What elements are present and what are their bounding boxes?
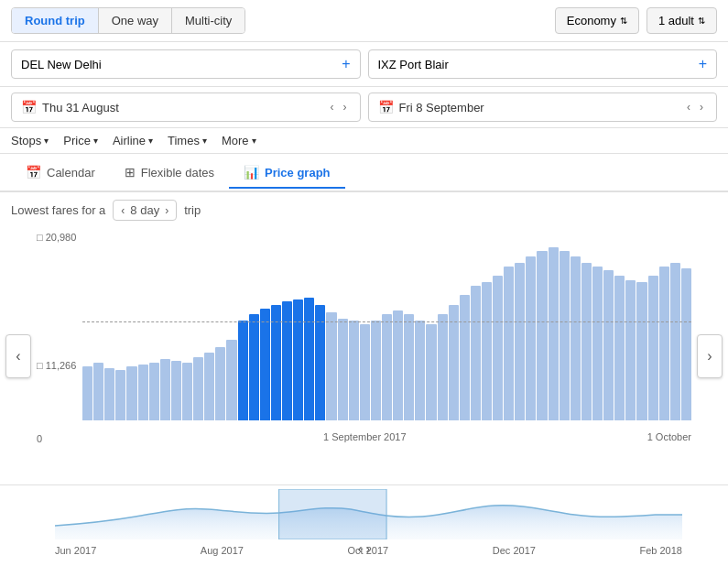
bar-item[interactable] xyxy=(160,359,170,420)
y-axis-labels: □ 20,980 □ 11,266 0 xyxy=(37,228,76,448)
bar-item[interactable] xyxy=(204,353,214,420)
round-trip-button[interactable]: Round trip xyxy=(12,8,99,33)
svg-rect-0 xyxy=(279,489,386,539)
day-selector[interactable]: ‹ 8 day › xyxy=(113,200,177,221)
departure-date-field[interactable]: 📅 Thu 31 August ‹ › xyxy=(11,93,361,122)
more-filter[interactable]: More ▾ xyxy=(222,134,256,147)
bar-item[interactable] xyxy=(526,256,536,420)
bar-item[interactable] xyxy=(249,314,259,420)
return-date-next[interactable]: › xyxy=(696,99,707,115)
destination-field[interactable]: + xyxy=(368,49,718,79)
bar-item[interactable] xyxy=(82,366,92,420)
bar-item[interactable] xyxy=(659,267,669,420)
origin-input[interactable] xyxy=(21,58,336,71)
bar-item[interactable] xyxy=(293,299,303,420)
bar-item[interactable] xyxy=(226,340,236,420)
right-controls: Economy ⇅ 1 adult ⇅ xyxy=(555,7,717,34)
bar-item[interactable] xyxy=(171,361,181,420)
bar-item[interactable] xyxy=(104,368,114,420)
origin-field[interactable]: + xyxy=(11,49,361,79)
one-way-button[interactable]: One way xyxy=(99,8,172,33)
bar-item[interactable] xyxy=(603,270,614,420)
bar-item[interactable] xyxy=(115,370,125,420)
y-max-label: □ 20,980 xyxy=(37,232,76,243)
multi-city-button[interactable]: Multi-city xyxy=(172,8,244,33)
bar-item[interactable] xyxy=(304,298,314,420)
bar-item[interactable] xyxy=(193,357,203,420)
destination-input[interactable] xyxy=(378,58,693,71)
departure-date-next[interactable]: › xyxy=(340,99,351,115)
bar-item[interactable] xyxy=(438,314,448,420)
bar-item[interactable] xyxy=(282,301,292,420)
mini-prev-button[interactable]: ‹ xyxy=(358,541,363,556)
fares-prefix: Lowest fares for a xyxy=(11,203,105,217)
bar-chart: □ 20,980 □ 11,266 0 1 September 2017 1 O… xyxy=(37,228,691,448)
cabin-class-dropdown[interactable]: Economy ⇅ xyxy=(555,7,639,34)
day-value: 8 day xyxy=(130,203,159,217)
bar-item[interactable] xyxy=(504,267,514,420)
day-next-button[interactable]: › xyxy=(165,204,168,217)
bar-item[interactable] xyxy=(460,295,470,420)
bar-item[interactable] xyxy=(625,280,636,420)
bar-item[interactable] xyxy=(271,305,281,420)
bar-item[interactable] xyxy=(404,314,414,420)
bar-item[interactable] xyxy=(126,366,136,420)
trip-type-group: Round trip One way Multi-city xyxy=(11,7,245,34)
bar-item[interactable] xyxy=(260,309,270,420)
bar-item[interactable] xyxy=(415,321,425,420)
chart-prev-button[interactable]: ‹ xyxy=(5,334,31,378)
bar-item[interactable] xyxy=(393,310,403,420)
bar-item[interactable] xyxy=(614,276,625,420)
dashed-line xyxy=(82,321,691,322)
tab-price-graph[interactable]: 📊 Price graph xyxy=(229,158,345,189)
bar-item[interactable] xyxy=(449,305,459,420)
tab-calendar[interactable]: 📅 Calendar xyxy=(11,158,110,189)
bar-item[interactable] xyxy=(138,365,148,420)
bar-item[interactable] xyxy=(636,282,647,420)
bar-item[interactable] xyxy=(338,319,348,420)
bar-item[interactable] xyxy=(215,347,225,420)
bar-item[interactable] xyxy=(515,263,525,420)
return-date-nav: ‹ › xyxy=(683,99,707,115)
mini-next-button[interactable]: › xyxy=(366,541,371,556)
bar-item[interactable] xyxy=(149,363,159,420)
chart-next-button[interactable]: › xyxy=(697,334,723,378)
bar-item[interactable] xyxy=(315,305,325,420)
bar-item[interactable] xyxy=(592,267,603,420)
mini-label-dec: Dec 2017 xyxy=(493,545,536,556)
tab-flexible-dates[interactable]: ⊞ Flexible dates xyxy=(110,158,229,189)
bar-item[interactable] xyxy=(482,282,492,420)
bar-item[interactable] xyxy=(560,251,570,420)
bar-item[interactable] xyxy=(93,363,103,420)
day-prev-button[interactable]: ‹ xyxy=(121,204,125,217)
bar-item[interactable] xyxy=(648,276,658,420)
passengers-arrow-icon: ⇅ xyxy=(698,16,705,26)
price-filter[interactable]: Price ▾ xyxy=(63,134,98,147)
bar-item[interactable] xyxy=(681,268,691,420)
return-date-field[interactable]: 📅 Fri 8 September ‹ › xyxy=(368,93,718,122)
bar-item[interactable] xyxy=(570,256,581,420)
bar-item[interactable] xyxy=(471,286,481,420)
bar-item[interactable] xyxy=(382,314,392,420)
passengers-dropdown[interactable]: 1 adult ⇅ xyxy=(647,7,717,34)
bar-item[interactable] xyxy=(537,251,547,420)
bar-item[interactable] xyxy=(549,247,559,420)
bar-item[interactable] xyxy=(426,324,436,420)
bar-item[interactable] xyxy=(670,263,680,420)
bar-item[interactable] xyxy=(581,263,592,420)
return-date-prev[interactable]: ‹ xyxy=(683,99,694,115)
bar-item[interactable] xyxy=(360,324,370,420)
airline-filter[interactable]: Airline ▾ xyxy=(113,134,153,147)
bar-item[interactable] xyxy=(238,321,248,420)
departure-date-prev[interactable]: ‹ xyxy=(327,99,338,115)
bar-item[interactable] xyxy=(493,276,503,420)
flexible-dates-tab-label: Flexible dates xyxy=(141,166,214,180)
price-graph-tab-label: Price graph xyxy=(265,166,331,180)
return-date-text: Fri 8 September xyxy=(399,101,680,114)
bar-item[interactable] xyxy=(371,321,381,420)
bar-item[interactable] xyxy=(326,312,336,420)
stops-filter[interactable]: Stops ▾ xyxy=(11,134,49,147)
bar-item[interactable] xyxy=(349,321,359,420)
bar-item[interactable] xyxy=(182,363,192,420)
times-filter[interactable]: Times ▾ xyxy=(168,134,207,147)
